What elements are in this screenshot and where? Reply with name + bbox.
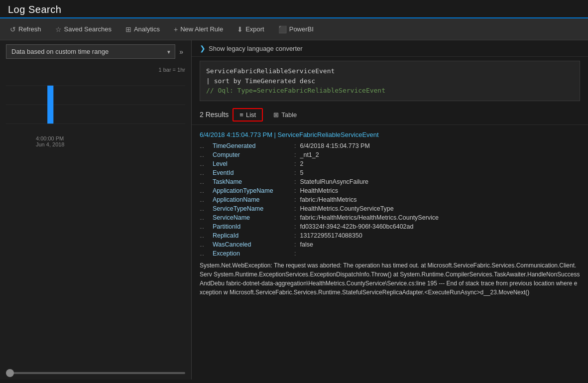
colon: : — [294, 142, 296, 149]
colon: : — [294, 223, 296, 230]
legacy-toggle[interactable]: ❯ Show legacy language converter — [192, 40, 588, 57]
ellipsis: ... — [200, 215, 210, 221]
field-name-level: Level — [213, 160, 292, 167]
field-row-wascanceled: ... WasCanceled : false — [200, 240, 580, 249]
query-box[interactable]: ServiceFabricReliableServiceEvent | sort… — [200, 61, 580, 101]
colon: : — [294, 205, 296, 212]
ellipsis: ... — [200, 188, 210, 194]
field-name-exception: Exception — [213, 250, 292, 257]
ellipsis: ... — [200, 143, 210, 149]
event-record: 6/4/2018 4:15:04.773 PM | ServiceFabricR… — [200, 129, 580, 297]
field-name-replicaid: ReplicaId — [213, 232, 292, 239]
ellipsis: ... — [200, 170, 210, 176]
svg-rect-3 — [47, 86, 53, 124]
ellipsis: ... — [200, 206, 210, 212]
ellipsis: ... — [200, 224, 210, 230]
field-row-servicetypename: ... ServiceTypeName : HealthMetrics.Coun… — [200, 204, 580, 213]
collapse-icon[interactable]: » — [177, 46, 185, 58]
field-value-computer: _nt1_2 — [300, 151, 319, 158]
event-header: 6/4/2018 4:15:04.773 PM | ServiceFabricR… — [200, 129, 580, 138]
field-name-servicetypename: ServiceTypeName — [213, 205, 292, 212]
field-name-taskname: TaskName — [213, 178, 292, 185]
refresh-icon: ↺ — [10, 25, 16, 33]
ellipsis: ... — [200, 251, 210, 256]
left-panel-header: Data based on custom time range » — [0, 40, 191, 63]
chart-label: 1 bar = 1hr — [6, 67, 185, 73]
field-row-taskname: ... TaskName : StatefulRunAsyncFailure — [200, 177, 580, 186]
field-value-replicaid: 131722955174088350 — [300, 232, 362, 239]
saved-searches-button[interactable]: ☆ Saved Searches — [49, 22, 118, 36]
field-value-eventid: 5 — [300, 169, 303, 176]
field-value-level: 2 — [300, 160, 303, 167]
field-row-level: ... Level : 2 — [200, 159, 580, 168]
field-row-replicaid: ... ReplicaId : 131722955174088350 — [200, 231, 580, 240]
results-area[interactable]: 6/4/2018 4:15:04.773 PM | ServiceFabricR… — [192, 125, 588, 380]
chart-svg — [6, 75, 185, 134]
colon: : — [294, 250, 296, 257]
query-line2: | sort by TimeGenerated desc — [206, 76, 574, 86]
field-value-apptypename: HealthMetrics — [300, 187, 338, 194]
slider-container — [0, 364, 191, 380]
plus-icon: + — [174, 25, 178, 33]
analytics-button[interactable]: ⊞ Analytics — [119, 22, 166, 36]
main-layout: Data based on custom time range » 1 bar … — [0, 40, 588, 380]
time-range-wrapper: Data based on custom time range — [6, 44, 175, 59]
powerbi-icon: ⬛ — [278, 25, 287, 33]
new-alert-rule-button[interactable]: + New Alert Rule — [168, 22, 229, 36]
results-count: 2 Results — [200, 111, 229, 119]
colon: : — [294, 232, 296, 239]
export-icon: ⬇ — [237, 25, 243, 33]
field-name-servicename: ServiceName — [213, 214, 292, 221]
ellipsis: ... — [200, 161, 210, 167]
results-bar: 2 Results ≡ List ⊞ Table — [192, 105, 588, 125]
legacy-toggle-label[interactable]: Show legacy language converter — [209, 45, 303, 52]
chart-x-label: 4:00:00 PM Jun 4, 2018 — [36, 135, 65, 147]
field-row-exception: ... Exception : — [200, 249, 580, 258]
colon: : — [294, 214, 296, 221]
field-value-servicetypename: HealthMetrics.CountyServiceType — [300, 205, 393, 212]
exception-text: System.Net.WebException: The request was… — [200, 261, 580, 297]
powerbi-button[interactable]: ⬛ PowerBI — [272, 22, 320, 36]
toolbar: ↺ Refresh ☆ Saved Searches ⊞ Analytics +… — [0, 18, 588, 40]
field-value-appname: fabric:/HealthMetrics — [300, 196, 356, 203]
field-row-timegen: ... TimeGenerated : 6/4/2018 4:15:04.773… — [200, 141, 580, 150]
field-row-appname: ... ApplicationName : fabric:/HealthMetr… — [200, 195, 580, 204]
field-row-partitionid: ... PartitionId : fd03324f-3942-422b-906… — [200, 222, 580, 231]
refresh-button[interactable]: ↺ Refresh — [4, 22, 47, 36]
list-icon: ≡ — [239, 111, 243, 119]
list-view-button[interactable]: ≡ List — [233, 108, 263, 122]
field-name-partitionid: PartitionId — [213, 223, 292, 230]
time-range-select[interactable]: Data based on custom time range — [6, 44, 175, 59]
title-bar: Log Search — [0, 0, 588, 18]
field-row-computer: ... Computer : _nt1_2 — [200, 150, 580, 159]
field-value-servicename: fabric:/HealthMetrics/HealthMetrics.Coun… — [300, 214, 439, 221]
field-row-servicename: ... ServiceName : fabric:/HealthMetrics/… — [200, 213, 580, 222]
table-view-button[interactable]: ⊞ Table — [267, 109, 303, 121]
star-icon: ☆ — [55, 25, 62, 33]
time-range-slider[interactable] — [6, 372, 185, 374]
ellipsis: ... — [200, 197, 210, 203]
ellipsis: ... — [200, 233, 210, 239]
query-line3: // Oql: Type=ServiceFabricReliableServic… — [206, 86, 574, 96]
field-name-timegen: TimeGenerated — [213, 142, 292, 149]
field-name-apptypename: ApplicationTypeName — [213, 187, 292, 194]
colon: : — [294, 151, 296, 158]
ellipsis: ... — [200, 152, 210, 158]
field-name-eventid: EventId — [213, 169, 292, 176]
table-icon: ⊞ — [273, 111, 279, 119]
grid-icon: ⊞ — [125, 25, 131, 33]
field-value-timegen: 6/4/2018 4:15:04.773 PM — [300, 142, 369, 149]
colon: : — [294, 178, 296, 185]
chevron-right-icon: ❯ — [200, 44, 206, 52]
field-value-partitionid: fd03324f-3942-422b-906f-3460bc6402ad — [300, 223, 413, 230]
field-value-taskname: StatefulRunAsyncFailure — [300, 178, 368, 185]
right-panel: ❯ Show legacy language converter Service… — [192, 40, 588, 380]
colon: : — [294, 160, 296, 167]
field-name-appname: ApplicationName — [213, 196, 292, 203]
field-row-eventid: ... EventId : 5 — [200, 168, 580, 177]
colon: : — [294, 169, 296, 176]
ellipsis: ... — [200, 242, 210, 248]
field-name-wascanceled: WasCanceled — [213, 241, 292, 248]
left-panel: Data based on custom time range » 1 bar … — [0, 40, 192, 380]
export-button[interactable]: ⬇ Export — [231, 22, 270, 36]
